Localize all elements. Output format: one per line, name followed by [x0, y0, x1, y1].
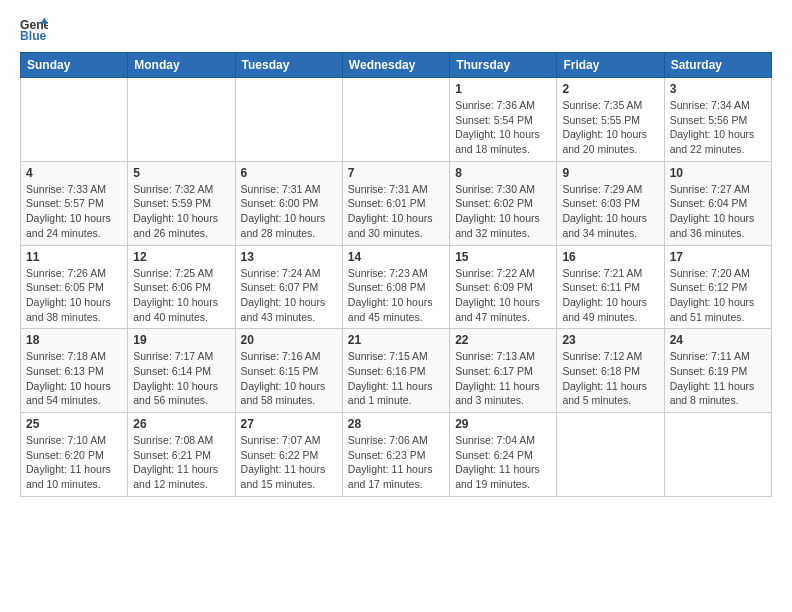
calendar-cell: 5Sunrise: 7:32 AM Sunset: 5:59 PM Daylig… [128, 161, 235, 245]
calendar-cell: 12Sunrise: 7:25 AM Sunset: 6:06 PM Dayli… [128, 245, 235, 329]
calendar-cell [557, 413, 664, 497]
day-info: Sunrise: 7:08 AM Sunset: 6:21 PM Dayligh… [133, 433, 229, 492]
calendar-cell: 14Sunrise: 7:23 AM Sunset: 6:08 PM Dayli… [342, 245, 449, 329]
day-number: 28 [348, 417, 444, 431]
day-number: 14 [348, 250, 444, 264]
day-info: Sunrise: 7:06 AM Sunset: 6:23 PM Dayligh… [348, 433, 444, 492]
day-info: Sunrise: 7:16 AM Sunset: 6:15 PM Dayligh… [241, 349, 337, 408]
calendar-header-row: SundayMondayTuesdayWednesdayThursdayFrid… [21, 53, 772, 78]
day-number: 4 [26, 166, 122, 180]
day-info: Sunrise: 7:36 AM Sunset: 5:54 PM Dayligh… [455, 98, 551, 157]
day-header-thursday: Thursday [450, 53, 557, 78]
day-info: Sunrise: 7:13 AM Sunset: 6:17 PM Dayligh… [455, 349, 551, 408]
day-number: 25 [26, 417, 122, 431]
svg-text:Blue: Blue [20, 29, 47, 43]
day-info: Sunrise: 7:33 AM Sunset: 5:57 PM Dayligh… [26, 182, 122, 241]
day-number: 8 [455, 166, 551, 180]
day-number: 18 [26, 333, 122, 347]
calendar-cell: 24Sunrise: 7:11 AM Sunset: 6:19 PM Dayli… [664, 329, 771, 413]
day-info: Sunrise: 7:29 AM Sunset: 6:03 PM Dayligh… [562, 182, 658, 241]
calendar-week-4: 18Sunrise: 7:18 AM Sunset: 6:13 PM Dayli… [21, 329, 772, 413]
calendar-cell: 26Sunrise: 7:08 AM Sunset: 6:21 PM Dayli… [128, 413, 235, 497]
day-info: Sunrise: 7:04 AM Sunset: 6:24 PM Dayligh… [455, 433, 551, 492]
calendar-body: 1Sunrise: 7:36 AM Sunset: 5:54 PM Daylig… [21, 78, 772, 497]
day-number: 2 [562, 82, 658, 96]
calendar-cell: 20Sunrise: 7:16 AM Sunset: 6:15 PM Dayli… [235, 329, 342, 413]
day-number: 26 [133, 417, 229, 431]
day-header-wednesday: Wednesday [342, 53, 449, 78]
calendar-cell: 21Sunrise: 7:15 AM Sunset: 6:16 PM Dayli… [342, 329, 449, 413]
calendar-cell: 29Sunrise: 7:04 AM Sunset: 6:24 PM Dayli… [450, 413, 557, 497]
day-info: Sunrise: 7:26 AM Sunset: 6:05 PM Dayligh… [26, 266, 122, 325]
day-number: 6 [241, 166, 337, 180]
calendar-cell: 8Sunrise: 7:30 AM Sunset: 6:02 PM Daylig… [450, 161, 557, 245]
calendar-cell: 25Sunrise: 7:10 AM Sunset: 6:20 PM Dayli… [21, 413, 128, 497]
calendar-cell: 11Sunrise: 7:26 AM Sunset: 6:05 PM Dayli… [21, 245, 128, 329]
calendar-week-5: 25Sunrise: 7:10 AM Sunset: 6:20 PM Dayli… [21, 413, 772, 497]
calendar-cell: 13Sunrise: 7:24 AM Sunset: 6:07 PM Dayli… [235, 245, 342, 329]
day-number: 5 [133, 166, 229, 180]
day-number: 13 [241, 250, 337, 264]
calendar-week-1: 1Sunrise: 7:36 AM Sunset: 5:54 PM Daylig… [21, 78, 772, 162]
day-number: 22 [455, 333, 551, 347]
calendar: SundayMondayTuesdayWednesdayThursdayFrid… [20, 52, 772, 497]
day-number: 7 [348, 166, 444, 180]
logo-icon: General Blue [20, 16, 48, 44]
calendar-cell [235, 78, 342, 162]
day-header-sunday: Sunday [21, 53, 128, 78]
day-number: 23 [562, 333, 658, 347]
day-info: Sunrise: 7:22 AM Sunset: 6:09 PM Dayligh… [455, 266, 551, 325]
day-info: Sunrise: 7:31 AM Sunset: 6:00 PM Dayligh… [241, 182, 337, 241]
day-info: Sunrise: 7:35 AM Sunset: 5:55 PM Dayligh… [562, 98, 658, 157]
day-info: Sunrise: 7:12 AM Sunset: 6:18 PM Dayligh… [562, 349, 658, 408]
day-number: 1 [455, 82, 551, 96]
calendar-cell: 2Sunrise: 7:35 AM Sunset: 5:55 PM Daylig… [557, 78, 664, 162]
day-info: Sunrise: 7:21 AM Sunset: 6:11 PM Dayligh… [562, 266, 658, 325]
calendar-cell: 18Sunrise: 7:18 AM Sunset: 6:13 PM Dayli… [21, 329, 128, 413]
day-number: 10 [670, 166, 766, 180]
calendar-cell [128, 78, 235, 162]
logo: General Blue [20, 16, 48, 44]
day-info: Sunrise: 7:31 AM Sunset: 6:01 PM Dayligh… [348, 182, 444, 241]
day-header-saturday: Saturday [664, 53, 771, 78]
calendar-cell: 27Sunrise: 7:07 AM Sunset: 6:22 PM Dayli… [235, 413, 342, 497]
day-number: 12 [133, 250, 229, 264]
day-info: Sunrise: 7:15 AM Sunset: 6:16 PM Dayligh… [348, 349, 444, 408]
day-info: Sunrise: 7:10 AM Sunset: 6:20 PM Dayligh… [26, 433, 122, 492]
day-info: Sunrise: 7:32 AM Sunset: 5:59 PM Dayligh… [133, 182, 229, 241]
day-info: Sunrise: 7:23 AM Sunset: 6:08 PM Dayligh… [348, 266, 444, 325]
day-info: Sunrise: 7:30 AM Sunset: 6:02 PM Dayligh… [455, 182, 551, 241]
calendar-cell [664, 413, 771, 497]
day-number: 15 [455, 250, 551, 264]
day-header-monday: Monday [128, 53, 235, 78]
day-number: 3 [670, 82, 766, 96]
calendar-week-2: 4Sunrise: 7:33 AM Sunset: 5:57 PM Daylig… [21, 161, 772, 245]
day-number: 29 [455, 417, 551, 431]
calendar-cell: 10Sunrise: 7:27 AM Sunset: 6:04 PM Dayli… [664, 161, 771, 245]
calendar-cell [342, 78, 449, 162]
day-number: 21 [348, 333, 444, 347]
calendar-cell: 22Sunrise: 7:13 AM Sunset: 6:17 PM Dayli… [450, 329, 557, 413]
day-info: Sunrise: 7:34 AM Sunset: 5:56 PM Dayligh… [670, 98, 766, 157]
calendar-cell: 9Sunrise: 7:29 AM Sunset: 6:03 PM Daylig… [557, 161, 664, 245]
day-info: Sunrise: 7:27 AM Sunset: 6:04 PM Dayligh… [670, 182, 766, 241]
day-info: Sunrise: 7:25 AM Sunset: 6:06 PM Dayligh… [133, 266, 229, 325]
day-number: 11 [26, 250, 122, 264]
day-number: 16 [562, 250, 658, 264]
calendar-cell: 19Sunrise: 7:17 AM Sunset: 6:14 PM Dayli… [128, 329, 235, 413]
day-info: Sunrise: 7:24 AM Sunset: 6:07 PM Dayligh… [241, 266, 337, 325]
day-number: 19 [133, 333, 229, 347]
day-number: 27 [241, 417, 337, 431]
day-header-tuesday: Tuesday [235, 53, 342, 78]
header: General Blue [20, 16, 772, 44]
day-info: Sunrise: 7:20 AM Sunset: 6:12 PM Dayligh… [670, 266, 766, 325]
calendar-cell: 6Sunrise: 7:31 AM Sunset: 6:00 PM Daylig… [235, 161, 342, 245]
day-number: 20 [241, 333, 337, 347]
calendar-cell: 23Sunrise: 7:12 AM Sunset: 6:18 PM Dayli… [557, 329, 664, 413]
calendar-cell: 4Sunrise: 7:33 AM Sunset: 5:57 PM Daylig… [21, 161, 128, 245]
day-header-friday: Friday [557, 53, 664, 78]
calendar-cell [21, 78, 128, 162]
calendar-cell: 1Sunrise: 7:36 AM Sunset: 5:54 PM Daylig… [450, 78, 557, 162]
calendar-cell: 15Sunrise: 7:22 AM Sunset: 6:09 PM Dayli… [450, 245, 557, 329]
day-info: Sunrise: 7:11 AM Sunset: 6:19 PM Dayligh… [670, 349, 766, 408]
